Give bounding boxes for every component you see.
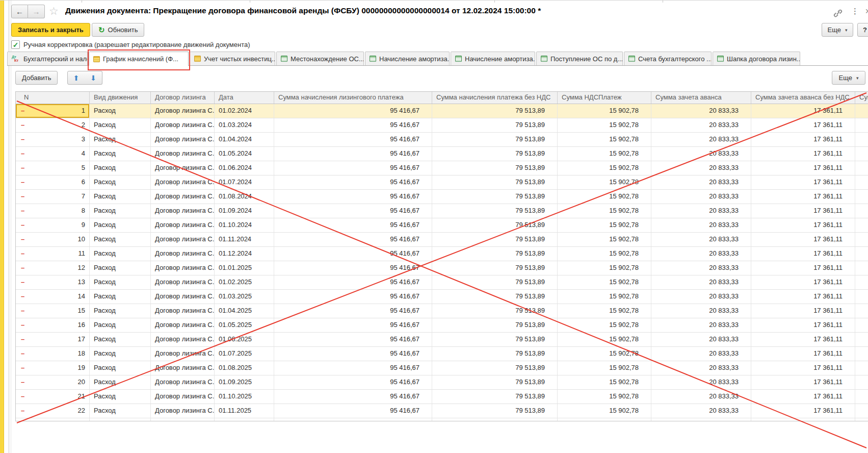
row-number: 2 [82,118,85,132]
table-row[interactable]: –16РасходДоговор лизинга С...01.05.20259… [16,318,868,333]
table-row[interactable]: –7РасходДоговор лизинга С...01.08.202495… [16,190,868,204]
column-header-contract[interactable]: Договор лизинга [151,92,215,104]
table-row[interactable]: –19РасходДоговор лизинга С...01.08.20259… [16,361,868,375]
table-row[interactable]: –20РасходДоговор лизинга С...01.09.20259… [16,375,868,390]
move-up-button[interactable]: ⬆ [67,71,85,85]
help-button[interactable]: ? [857,23,868,37]
refresh-icon: ↻ [98,27,105,33]
cell-extra [855,304,868,318]
manual-adjustment-checkbox[interactable]: ✓ [11,40,20,49]
tab-4[interactable]: Местонахождение ОС... [276,52,364,65]
row-marker-icon: – [21,261,24,275]
table-row[interactable]: –4РасходДоговор лизинга С...01.05.202495… [16,147,868,161]
table-row[interactable]: –21РасходДоговор лизинга С...01.10.20259… [16,390,868,404]
cell-movement: Расход [90,175,151,189]
cell-advance_no_vat: 17 361,11 [751,204,855,218]
dtkt-icon: ДтКт [12,55,20,63]
cell-contract: Договор лизинга С... [151,404,215,418]
cell-vat: 15 902,78 [558,204,651,218]
link-icon[interactable] [833,8,843,18]
table-row[interactable]: –11РасходДоговор лизинга С...01.12.20249… [16,247,868,261]
menu-dots-icon[interactable]: ⋮ [851,7,859,16]
row-number: 6 [82,175,85,189]
cell-extra [855,261,868,275]
column-header-accrual[interactable]: Сумма начисления лизингового платежа [274,92,432,104]
refresh-button[interactable]: ↻ Обновить [92,23,144,37]
table-row[interactable]: –9РасходДоговор лизинга С...01.10.202495… [16,218,868,233]
column-header-movement[interactable]: Вид движения [90,92,151,104]
tab-6[interactable]: Начисление амортиза... [451,52,535,65]
column-header-accrual_no_vat[interactable]: Сумма начисления платежа без НДС [432,92,558,104]
cell-movement: Расход [90,204,151,218]
save-close-button[interactable]: Записать и закрыть [11,23,90,37]
tab-2[interactable]: График начислений (Ф... [89,52,189,66]
column-header-extra[interactable]: Сум [855,92,868,104]
row-number: 11 [78,247,86,261]
more-button-top[interactable]: Еще ▾ [822,23,853,37]
cell-extra [855,275,868,289]
cell-advance: 20 833,33 [651,275,751,289]
tab-3[interactable]: Учет чистых инвестиц... [190,52,275,65]
move-down-button[interactable]: ⬇ [85,71,102,85]
column-header-n[interactable]: N [16,92,90,104]
tab-5[interactable]: Начисление амортиза... [365,52,450,65]
row-number: 10 [78,233,85,246]
cell-date: 01.02.2024 [215,104,274,118]
table-row[interactable]: –3РасходДоговор лизинга С...01.04.202495… [16,133,868,147]
cell-date: 01.07.2025 [215,347,274,361]
cell-accrual_no_vat: 79 513,89 [432,375,558,389]
tab-8[interactable]: Счета бухгалтерского ... [624,52,712,65]
cell-vat: 15 902,78 [558,161,651,175]
more-button-grid[interactable]: Еще ▾ [832,71,865,85]
cell-advance_no_vat: 17 361,11 [751,261,855,275]
favorite-star-icon[interactable]: ☆ [49,5,59,17]
table-row[interactable]: –14РасходДоговор лизинга С...01.03.20259… [16,290,868,304]
tab-7[interactable]: Поступление ОС по д... [536,52,623,65]
cell-accrual: 95 416,67 [274,361,432,375]
cell-contract: Договор лизинга С... [151,318,215,332]
column-header-advance_no_vat[interactable]: Сумма зачета аванса без НДС [751,92,855,104]
cell-n: –10 [16,233,90,246]
table-row[interactable]: –12РасходДоговор лизинга С...01.01.20259… [16,261,868,275]
table-row[interactable]: –8РасходДоговор лизинга С...01.09.202495… [16,204,868,218]
cell-advance_no_vat: 17 361,11 [751,361,855,375]
cell-n: –7 [16,190,90,204]
back-button[interactable]: ← [11,5,28,18]
table-row[interactable]: –18РасходДоговор лизинга С...01.07.20259… [16,347,868,361]
table-row[interactable]: –10РасходДоговор лизинга С...01.11.20249… [16,233,868,247]
nav-history-group: ← → [11,5,45,18]
table-row[interactable]: –1РасходДоговор лизинга С...01.02.202495… [16,104,868,118]
cell-vat: 15 902,78 [558,218,651,232]
cell-date: 01.10.2024 [215,218,274,232]
table-row[interactable]: –13РасходДоговор лизинга С...01.02.20259… [16,275,868,290]
cell-advance: 20 833,33 [651,318,751,332]
column-header-vat[interactable]: Сумма НДСПлатеж [558,92,651,104]
row-number: 19 [78,361,85,375]
close-icon[interactable]: ✕ [865,7,868,15]
table-row[interactable]: –22РасходДоговор лизинга С...01.11.20259… [16,404,868,418]
table-row[interactable]: –23РасходДоговор лизинга С...01.12.20259… [16,418,868,421]
table-row[interactable]: –5РасходДоговор лизинга С...01.06.202495… [16,161,868,175]
column-header-date[interactable]: Дата [215,92,274,104]
more-label: Еще [828,26,841,34]
cell-advance_no_vat: 17 361,11 [751,304,855,318]
forward-button[interactable]: → [28,5,45,18]
table-row[interactable]: –6РасходДоговор лизинга С...01.07.202495… [16,175,868,190]
cell-vat: 15 902,78 [558,261,651,275]
row-number: 3 [82,133,85,146]
column-header-advance[interactable]: Сумма зачета аванса [651,92,751,104]
row-number: 18 [78,347,85,361]
tab-9[interactable]: Шапка договора лизин... [713,52,800,65]
table-row[interactable]: –17РасходДоговор лизинга С...01.06.20259… [16,333,868,347]
cell-advance_no_vat: 17 361,11 [751,190,855,204]
row-marker-icon: – [21,204,24,218]
table-row[interactable]: –15РасходДоговор лизинга С...01.04.20259… [16,304,868,318]
cell-extra [855,104,868,118]
add-row-button[interactable]: Добавить [15,71,58,85]
cell-accrual: 95 416,67 [274,261,432,275]
cell-contract: Договор лизинга С... [151,361,215,375]
tab-1[interactable]: ДтКтБухгалтерский и налог... [7,52,88,65]
cell-accrual: 95 416,67 [274,290,432,304]
cell-extra [855,133,868,146]
table-row[interactable]: –2РасходДоговор лизинга С...01.03.202495… [16,118,868,133]
